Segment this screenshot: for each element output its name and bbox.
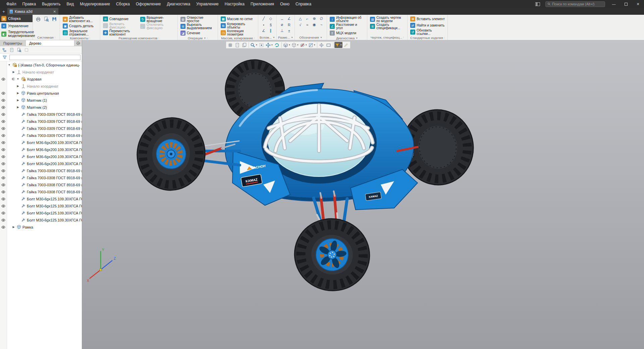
tree-settings-button[interactable] xyxy=(74,40,82,46)
tree-filter-input[interactable] xyxy=(9,55,80,60)
section-button[interactable]: ◪Сечение xyxy=(180,30,216,36)
visibility-cell[interactable] xyxy=(0,161,7,166)
preview-button[interactable] xyxy=(43,16,50,22)
menu-справка[interactable]: Справка xyxy=(292,0,314,8)
visibility-cell[interactable] xyxy=(0,218,7,222)
menu-сборка[interactable]: Сборка xyxy=(113,0,133,8)
visibility-eye-icon[interactable] xyxy=(1,133,6,138)
simple-hole-button[interactable]: ◍Отверстие простое xyxy=(180,16,216,23)
tree-item[interactable]: Болт М30-6gх125.109.30ХГСА ГОС xyxy=(0,209,82,216)
find-replace-button[interactable]: ⇄Найти и заменить xyxy=(410,22,445,29)
3d-viewport[interactable]: \u0000 xyxy=(82,40,644,349)
visibility-eye-icon[interactable] xyxy=(1,211,6,215)
visibility-cell[interactable] xyxy=(0,140,7,145)
dim-diameter-button[interactable]: ⌀ xyxy=(279,22,285,28)
mirror-button[interactable]: ◫Зеркальное отражение... xyxy=(62,29,98,36)
visibility-eye-icon[interactable] xyxy=(1,147,6,152)
view-orientation-button[interactable]: ▼ xyxy=(283,42,291,48)
aux-plane-button[interactable]: ◇ xyxy=(267,16,274,21)
visibility-cell[interactable] xyxy=(0,77,7,82)
dim-perp-button[interactable]: ⊥ xyxy=(279,28,285,34)
section-view-button[interactable]: ▼ xyxy=(308,42,316,48)
tree-item[interactable]: Болт М36-6gх200.109.30ХГСА ГОС xyxy=(0,160,82,167)
visibility-cell[interactable] xyxy=(0,91,7,96)
tree-item[interactable]: Гайка 7003-0308 ГОСТ 8918-69 (1) xyxy=(0,167,82,174)
maximize-button[interactable] xyxy=(620,0,632,8)
object-info-button[interactable]: iИнформация об объекте xyxy=(329,16,365,23)
mode-management[interactable]: ≡Управление xyxy=(0,22,33,30)
designation-empty-set-button[interactable]: ∅ xyxy=(318,16,325,21)
viewport-frame-button[interactable] xyxy=(325,42,332,48)
visibility-cell[interactable] xyxy=(0,204,7,208)
tree-item[interactable]: ▶Начало координат xyxy=(0,68,82,76)
designation-target-button[interactable]: ◉ xyxy=(311,22,318,28)
cut-extrude-button[interactable]: ⊟Вырезать выдавливанием xyxy=(180,23,216,30)
tree-item[interactable]: Болт М30-6gх125.109.30ХГСА ГОС xyxy=(0,202,82,209)
visibility-eye-icon[interactable] xyxy=(1,176,6,180)
move-component-button[interactable]: ✥Переместить компонент xyxy=(102,29,138,36)
save-button[interactable] xyxy=(51,16,58,22)
tree-item[interactable]: ▶Рама центральная xyxy=(0,90,82,97)
expander-icon[interactable]: ▶ xyxy=(12,226,15,229)
refresh-image-button[interactable] xyxy=(318,42,325,48)
rotation-rotation-button[interactable]: ↻Вращение-вращение xyxy=(140,16,175,23)
aux-spiral-button[interactable]: § xyxy=(267,22,274,28)
tree-item[interactable]: ▶Начало координат xyxy=(0,83,82,90)
menu-выделить[interactable]: Выделить xyxy=(39,0,63,8)
visibility-eye-icon[interactable] xyxy=(1,77,6,82)
visibility-cell[interactable] xyxy=(0,154,7,159)
visibility-eye-icon[interactable] xyxy=(1,190,6,194)
designation-datum-button[interactable]: △ xyxy=(297,16,304,21)
designation-leader-button[interactable]: ⌐ xyxy=(304,16,311,21)
edit-in-place-button[interactable] xyxy=(343,42,350,48)
create-drawing-button[interactable]: ▤Создать чертеж по модели xyxy=(369,16,405,23)
dim-radial-button[interactable]: R xyxy=(286,22,292,28)
copy-objects-button[interactable]: ⧉Копировать объекты xyxy=(220,22,256,29)
document-tab[interactable]: Камаз.a3d ✕ xyxy=(7,8,58,15)
menu-окно[interactable]: Окно xyxy=(277,0,292,8)
update-links-button[interactable]: ↺Обновить ссылки... xyxy=(410,29,445,36)
tree-item[interactable]: Болт М30-6gх125.109.30ХГСА ГОС xyxy=(0,195,82,202)
tree-item[interactable]: Гайка 7003-0309 ГОСТ 8918-69 (4) xyxy=(0,132,82,139)
visibility-cell[interactable] xyxy=(0,225,7,230)
pan-view-button[interactable]: ▼ xyxy=(265,42,273,48)
tree-item[interactable]: Гайка 7003-0309 ГОСТ 8918-69 (3) xyxy=(0,125,82,132)
expander-icon[interactable]: ▼ xyxy=(7,63,11,66)
menu-приложения[interactable]: Приложения xyxy=(248,0,277,8)
tree-item[interactable]: Болт М36-6gх200.109.30ХГСА ГОС xyxy=(0,153,82,160)
expander-icon[interactable]: ▶ xyxy=(12,70,15,73)
visibility-eye-icon[interactable] xyxy=(1,119,6,124)
visibility-cell[interactable] xyxy=(0,105,7,110)
aux-sketch-button[interactable]: ∥ xyxy=(267,28,274,34)
grid-array-button[interactable]: ▦Массив по сетке xyxy=(220,16,256,22)
zoom-tools-button[interactable]: ▼ xyxy=(250,42,258,48)
visibility-cell[interactable] xyxy=(0,133,7,138)
visibility-eye-icon[interactable] xyxy=(1,112,6,117)
mode-solid-modeling[interactable]: ◧Твердотельное моделирование xyxy=(0,30,33,38)
aux-polyline-button[interactable]: ∠ xyxy=(260,28,267,34)
tree-item[interactable]: ▶Рамка xyxy=(0,223,82,231)
snap-settings-button[interactable] xyxy=(227,42,233,48)
tree-item[interactable]: ▶Маятник (2) xyxy=(0,104,82,111)
mode-assembly[interactable]: ⊞Сборка xyxy=(0,15,33,22)
visibility-cell[interactable] xyxy=(0,211,7,215)
display-filters-button[interactable]: ▼ xyxy=(334,42,342,48)
close-tab-icon[interactable]: ✕ xyxy=(53,10,56,13)
minimize-button[interactable]: — xyxy=(608,0,620,8)
command-search-input[interactable] xyxy=(552,2,603,6)
tree-item[interactable]: Гайка 7003-0309 ГОСТ 8918-69 (1) xyxy=(0,111,82,118)
tree-item[interactable]: Гайка 7003-0308 ГОСТ 8918-69 (2) xyxy=(0,174,82,181)
menu-управление[interactable]: Управление xyxy=(193,0,222,8)
visibility-cell[interactable] xyxy=(0,183,7,187)
tab-parameters[interactable]: Параметры xyxy=(0,40,26,46)
menu-вид[interactable]: Вид xyxy=(63,0,77,8)
expander-icon[interactable]: ▶ xyxy=(16,99,20,102)
menu-оформление[interactable]: Оформление xyxy=(133,0,164,8)
visibility-eye-icon[interactable] xyxy=(1,126,6,131)
designation-mark-button[interactable]: ⊕ xyxy=(311,16,318,21)
tree-item[interactable]: ▼(-)Камаз (Тел-0, Сборочных единиц- xyxy=(0,61,82,68)
tree-structure-button[interactable] xyxy=(1,47,8,53)
close-window-button[interactable]: ✕ xyxy=(632,0,644,8)
visibility-cell[interactable] xyxy=(0,112,7,117)
menu-файл[interactable]: Файл xyxy=(3,0,19,8)
